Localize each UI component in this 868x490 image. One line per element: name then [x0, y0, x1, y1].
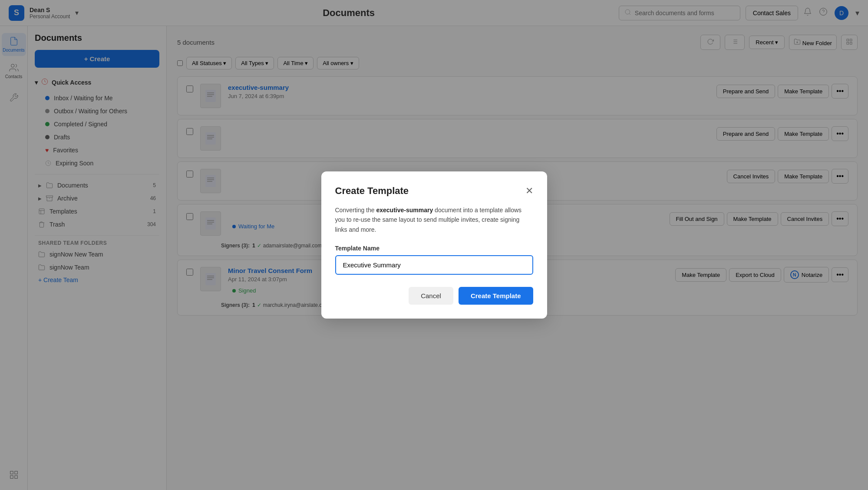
modal-overlay[interactable]: Create Template ✕ Converting the executi…: [0, 0, 868, 490]
create-template-modal: Create Template ✕ Converting the executi…: [321, 171, 547, 319]
modal-header: Create Template ✕: [335, 185, 533, 197]
modal-close-button[interactable]: ✕: [525, 185, 533, 197]
cancel-button[interactable]: Cancel: [409, 287, 453, 305]
template-name-input[interactable]: [335, 255, 533, 275]
modal-title: Create Template: [335, 185, 409, 197]
modal-body: Converting the executive-summary documen…: [335, 205, 533, 234]
modal-footer: Cancel Create Template: [335, 287, 533, 305]
modal-desc-bold: executive-summary: [376, 207, 433, 214]
create-template-button[interactable]: Create Template: [459, 287, 533, 305]
modal-desc-prefix: Converting the: [335, 207, 376, 214]
template-name-label: Template Name: [335, 245, 533, 252]
